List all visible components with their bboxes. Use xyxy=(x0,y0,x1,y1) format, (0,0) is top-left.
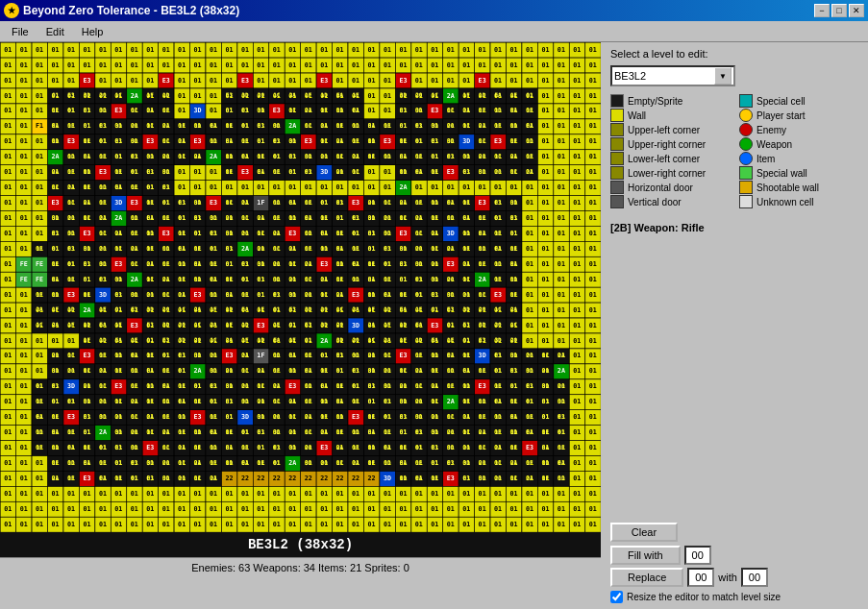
maximize-button[interactable]: □ xyxy=(831,4,847,17)
unknown-color xyxy=(739,195,753,208)
menu-file[interactable]: File xyxy=(4,24,37,39)
title-bar-left: ★ Beyond Zero Tolerance - BE3L2 (38x32) xyxy=(4,3,239,18)
select-level-label: Select a level to edit: xyxy=(610,48,858,60)
dropdown-arrow-icon[interactable]: ▼ xyxy=(714,67,732,85)
wall-color xyxy=(610,109,624,122)
clear-button[interactable]: Clear xyxy=(610,523,678,542)
enemy-color xyxy=(739,123,753,136)
replace-button[interactable]: Replace xyxy=(610,568,683,587)
shootable-wall-color xyxy=(739,181,753,194)
clear-row: Clear xyxy=(610,523,858,542)
resize-checkbox[interactable] xyxy=(610,591,623,603)
close-button[interactable]: ✕ xyxy=(849,4,864,17)
legend-shootable-wall: Shootable wall xyxy=(739,181,858,194)
main-content: BE3L2 (38x32) Enemies: 63 Weapons: 34 It… xyxy=(0,42,868,609)
fill-with-row: Fill with xyxy=(610,546,858,565)
legend-wall: Wall xyxy=(610,109,730,122)
legend-special-wall: Special wall xyxy=(739,166,858,180)
map-canvas[interactable] xyxy=(0,42,601,532)
ul-corner-color xyxy=(610,123,624,136)
title-bar: ★ Beyond Zero Tolerance - BE3L2 (38x32) … xyxy=(0,0,868,21)
fill-with-input[interactable] xyxy=(684,546,711,565)
legend-h-door: Horizontal door xyxy=(610,181,730,194)
item-color xyxy=(739,152,753,165)
v-door-color xyxy=(610,195,624,208)
menu-bar: File Edit Help xyxy=(0,21,868,42)
legend-v-door: Vertical door xyxy=(610,195,730,208)
weapon-color xyxy=(739,137,753,151)
legend-unknown: Unknown cell xyxy=(739,195,858,208)
right-panel: Select a level to edit: BE3L2 ▼ Empty/Sp… xyxy=(601,42,868,609)
legend-ur-corner: Upper-right corner xyxy=(610,137,730,151)
checkbox-row: Resize the editor to match level size xyxy=(610,591,858,603)
app-icon: ★ xyxy=(4,3,19,18)
left-section: BE3L2 (38x32) Enemies: 63 Weapons: 34 It… xyxy=(0,42,601,609)
title-bar-buttons: − □ ✕ xyxy=(814,4,864,17)
legend-empty: Empty/Sprite xyxy=(610,94,730,108)
empty-color xyxy=(610,94,624,108)
legend-enemy: Enemy xyxy=(739,123,858,136)
replace-to-input[interactable] xyxy=(741,568,768,587)
legend-special-cell: Special cell xyxy=(739,94,858,108)
dropdown-row: BE3L2 ▼ xyxy=(610,65,858,86)
title-bar-text: Beyond Zero Tolerance - BE3L2 (38x32) xyxy=(23,4,239,17)
fill-with-button[interactable]: Fill with xyxy=(610,546,681,565)
special-wall-color xyxy=(739,166,753,180)
replace-with-label: with xyxy=(718,572,737,583)
legend-ll-corner: Lower-left corner xyxy=(610,152,730,165)
legend-item: Item xyxy=(739,152,858,165)
ll-corner-color xyxy=(610,152,624,165)
minimize-button[interactable]: − xyxy=(814,4,830,17)
h-door-color xyxy=(610,181,624,194)
menu-help[interactable]: Help xyxy=(74,24,112,39)
legend-lr-corner: Lower-right corner xyxy=(610,166,730,180)
legend-weapon: Weapon xyxy=(739,137,858,151)
bottom-stats: Enemies: 63 Weapons: 34 Items: 21 Sprite… xyxy=(0,557,601,576)
replace-from-input[interactable] xyxy=(687,568,714,587)
buttons-area: Clear Fill with Replace with Resize the … xyxy=(610,523,858,603)
map-title: BE3L2 (38x32) xyxy=(0,532,601,557)
lr-corner-color xyxy=(610,166,624,180)
legend-player-start: Player start xyxy=(739,109,858,122)
legend-ul-corner: Upper-left corner xyxy=(610,123,730,136)
legend-grid: Empty/Sprite Special cell Wall Player st… xyxy=(610,94,858,208)
player-start-color xyxy=(739,109,753,122)
ur-corner-color xyxy=(610,137,624,151)
replace-row: Replace with xyxy=(610,568,858,587)
special-cell-color xyxy=(739,94,753,108)
menu-edit[interactable]: Edit xyxy=(38,24,72,39)
resize-label: Resize the editor to match level size xyxy=(627,592,781,602)
level-dropdown[interactable]: BE3L2 ▼ xyxy=(610,65,735,86)
info-text: [2B] Weapon: Rifle xyxy=(610,222,858,233)
